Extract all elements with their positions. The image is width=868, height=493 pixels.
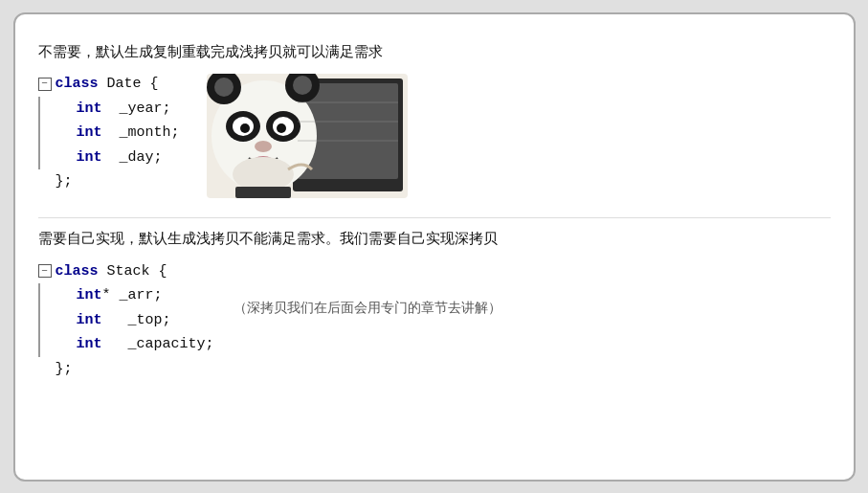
svg-point-13 bbox=[277, 123, 286, 133]
bar-icon-3 bbox=[38, 146, 40, 170]
svg-point-16 bbox=[233, 157, 294, 191]
svg-point-5 bbox=[214, 78, 234, 97]
closing-date-line: }; bbox=[38, 169, 180, 194]
bar-icon-5 bbox=[38, 308, 40, 333]
field-capacity: _capacity; bbox=[102, 332, 214, 357]
field-top: _top; bbox=[102, 308, 171, 333]
field-day-line: int _day; bbox=[38, 146, 180, 170]
closing-stack-line: }; bbox=[38, 357, 214, 382]
field-arr-line: int * _arr; bbox=[38, 283, 214, 308]
class-date-name: Date { bbox=[99, 72, 159, 97]
section2-fields: int * _arr; int _top; int _capacity; bbox=[38, 283, 214, 357]
keyword-int-day: int bbox=[77, 146, 102, 170]
svg-rect-17 bbox=[235, 187, 291, 198]
keyword-int-year: int bbox=[77, 97, 102, 122]
section1-fields: int _year; int _month; int _day; bbox=[38, 97, 180, 170]
svg-point-7 bbox=[293, 76, 312, 95]
field-top-line: int _top; bbox=[38, 308, 214, 333]
section1-code-block: − class Date { int _year; int bbox=[38, 72, 831, 198]
collapse-icon-2[interactable]: − bbox=[38, 264, 52, 278]
field-month: _month; bbox=[102, 121, 180, 146]
section2-note: （深拷贝我们在后面会用专门的章节去讲解） bbox=[234, 298, 501, 319]
collapse-icon[interactable]: − bbox=[38, 78, 52, 91]
class-stack-line: − class Stack { bbox=[38, 259, 214, 284]
field-capacity-line: int _capacity; bbox=[38, 332, 214, 357]
section2-content: − class Stack { int * _arr; int bbox=[38, 259, 831, 382]
closing-date: }; bbox=[56, 169, 73, 194]
class-stack-name: Stack { bbox=[99, 259, 167, 284]
keyword-int-month: int bbox=[77, 121, 102, 146]
closing-stack: }; bbox=[56, 357, 73, 382]
svg-point-14 bbox=[255, 141, 272, 152]
section-stack: 需要自己实现，默认生成浅拷贝不能满足需求。我们需要自己实现深拷贝 − class… bbox=[38, 217, 831, 394]
panda-image bbox=[207, 74, 408, 198]
bar-icon-4 bbox=[38, 283, 40, 308]
keyword-class-2: class bbox=[56, 259, 99, 284]
section1-code: − class Date { int _year; int bbox=[38, 72, 180, 194]
section2-desc: 需要自己实现，默认生成浅拷贝不能满足需求。我们需要自己实现深拷贝 bbox=[38, 228, 831, 250]
field-arr: * _arr; bbox=[102, 283, 163, 308]
bar-icon-1 bbox=[38, 97, 40, 122]
field-year-line: int _year; bbox=[38, 97, 180, 122]
field-month-line: int _month; bbox=[38, 121, 180, 146]
keyword-int-capacity: int bbox=[77, 332, 102, 357]
panda-svg bbox=[207, 74, 408, 198]
main-card: 不需要，默认生成复制重载完成浅拷贝就可以满足需求 − class Date { … bbox=[13, 12, 856, 482]
field-day: _day; bbox=[102, 146, 163, 170]
svg-point-12 bbox=[240, 123, 250, 133]
field-year: _year; bbox=[102, 97, 171, 122]
class-date-line: − class Date { bbox=[38, 72, 180, 97]
section-date: 不需要，默认生成复制重载完成浅拷贝就可以满足需求 − class Date { … bbox=[38, 32, 831, 213]
bar-icon-2 bbox=[38, 121, 40, 146]
section2-code: − class Stack { int * _arr; int bbox=[38, 259, 214, 382]
keyword-class-1: class bbox=[56, 72, 99, 97]
keyword-int-top: int bbox=[77, 308, 102, 333]
keyword-int-arr: int bbox=[77, 283, 102, 308]
bar-icon-6 bbox=[38, 332, 40, 357]
section1-desc: 不需要，默认生成复制重载完成浅拷贝就可以满足需求 bbox=[38, 41, 831, 63]
